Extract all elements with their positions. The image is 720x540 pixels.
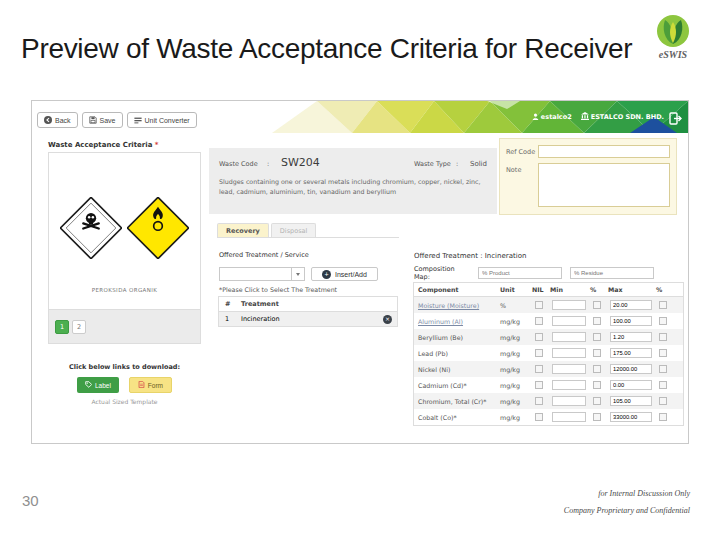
waste-type-value: Solid	[470, 160, 487, 168]
save-button[interactable]: Save	[82, 112, 123, 128]
max-percent-checkbox[interactable]	[656, 301, 670, 309]
composition-table: Component Unit NIL Min % Max % Moisture …	[413, 282, 684, 426]
max-percent-checkbox[interactable]	[656, 333, 670, 341]
min-percent-checkbox[interactable]	[590, 333, 604, 341]
min-percent-checkbox[interactable]	[590, 413, 604, 421]
colon: :	[456, 160, 470, 168]
percent-product-input[interactable]	[478, 267, 562, 279]
min-input[interactable]	[552, 332, 586, 342]
user-chip[interactable]: estalco2	[532, 113, 572, 122]
min-input[interactable]	[552, 412, 586, 422]
min-input[interactable]	[552, 380, 586, 390]
component-unit: %	[500, 302, 530, 309]
remove-treatment-icon[interactable]: ×	[383, 315, 392, 324]
hazard-caption: PEROKSIDA ORGANIK	[92, 287, 158, 293]
company-name: ESTALCO SDN. BHD.	[591, 113, 664, 121]
col-max: Max	[608, 286, 654, 293]
max-input[interactable]	[610, 396, 652, 406]
table-row: Chromium, Total (Cr)* mg/kg	[414, 393, 683, 409]
footer-disclaimer: for Internal Discussion Only Company Pro…	[564, 486, 690, 520]
note-textarea[interactable]	[538, 163, 670, 207]
min-input[interactable]	[552, 348, 586, 358]
col-nil: NIL	[532, 286, 546, 293]
min-percent-checkbox[interactable]	[590, 349, 604, 357]
tab-disposal[interactable]: Disposal	[271, 223, 316, 238]
page-1-button[interactable]: 1	[55, 320, 69, 334]
max-input[interactable]	[610, 364, 652, 374]
treatment-row: 1 Incineration ×	[219, 312, 397, 326]
min-input[interactable]	[552, 396, 586, 406]
max-input[interactable]	[610, 380, 652, 390]
treatment-row-value: Incineration	[241, 315, 397, 323]
insert-add-button[interactable]: + Insert/Add	[311, 267, 378, 281]
min-input[interactable]	[552, 300, 586, 310]
nil-checkbox[interactable]	[532, 349, 546, 357]
colon: :	[267, 160, 281, 168]
component-unit: mg/kg	[500, 366, 530, 373]
download-buttons: Label Form	[48, 377, 201, 393]
percent-residue-input[interactable]	[570, 267, 654, 279]
app-screenshot: estalco2 ESTALCO SDN. BHD. Back Save	[31, 100, 689, 444]
download-hint: Click below links to download:	[48, 363, 201, 371]
logout-icon[interactable]	[669, 110, 682, 123]
form-download-button[interactable]: Form	[129, 377, 172, 393]
max-input[interactable]	[610, 316, 652, 326]
wac-title-text: Waste Acceptance Criteria	[48, 141, 152, 149]
company-chip[interactable]: ESTALCO SDN. BHD.	[581, 112, 664, 122]
insert-add-label: Insert/Add	[335, 271, 367, 278]
back-button[interactable]: Back	[37, 112, 78, 128]
unit-converter-button[interactable]: Unit Converter	[127, 112, 197, 128]
component-name: Cadmium (Cd)*	[418, 382, 498, 389]
component-name: Beryllium (Be)	[418, 334, 498, 341]
nil-checkbox[interactable]	[532, 365, 546, 373]
save-icon	[89, 116, 97, 125]
min-input[interactable]	[552, 364, 586, 374]
min-input[interactable]	[552, 316, 586, 326]
max-percent-checkbox[interactable]	[656, 349, 670, 357]
treatment-select[interactable]	[219, 267, 305, 281]
hazard-pagination: 1 2	[48, 310, 201, 344]
nil-checkbox[interactable]	[532, 301, 546, 309]
treatment-table: # Treatment 1 Incineration ×	[218, 296, 398, 327]
component-unit: mg/kg	[500, 350, 530, 357]
min-percent-checkbox[interactable]	[590, 381, 604, 389]
min-percent-checkbox[interactable]	[590, 317, 604, 325]
nil-checkbox[interactable]	[532, 397, 546, 405]
tag-icon	[85, 381, 92, 389]
min-percent-checkbox[interactable]	[590, 365, 604, 373]
table-row: Aluminum (Al) mg/kg	[414, 313, 683, 329]
component-link[interactable]: Aluminum (Al)	[418, 318, 498, 325]
label-download-button[interactable]: Label	[77, 377, 119, 393]
nil-checkbox[interactable]	[532, 317, 546, 325]
required-asterisk: *	[155, 141, 159, 149]
max-input[interactable]	[610, 348, 652, 358]
tab-recovery[interactable]: Recovery	[217, 223, 269, 238]
max-percent-checkbox[interactable]	[656, 397, 670, 405]
footer-line-1: for Internal Discussion Only	[564, 486, 690, 503]
chevron-down-icon	[291, 268, 304, 280]
max-percent-checkbox[interactable]	[656, 365, 670, 373]
ref-note-panel: Ref Code Note	[499, 138, 677, 215]
component-link[interactable]: Moisture (Moisture)	[418, 302, 498, 309]
max-input[interactable]	[610, 412, 652, 422]
nil-checkbox[interactable]	[532, 413, 546, 421]
max-input[interactable]	[610, 332, 652, 342]
unit-converter-icon	[134, 116, 142, 125]
max-percent-checkbox[interactable]	[656, 381, 670, 389]
page-2-button[interactable]: 2	[72, 320, 86, 334]
page-title: Preview of Waste Acceptance Criteria for…	[21, 33, 632, 65]
footer-line-2: Company Proprietary and Confidential	[564, 503, 690, 520]
max-percent-checkbox[interactable]	[656, 317, 670, 325]
col-pct2: %	[656, 286, 670, 293]
tab-divider	[217, 237, 399, 238]
ref-code-input[interactable]	[538, 145, 670, 158]
max-input[interactable]	[610, 300, 652, 310]
nil-checkbox[interactable]	[532, 381, 546, 389]
nil-checkbox[interactable]	[532, 333, 546, 341]
page-number: 30	[22, 492, 39, 509]
min-percent-checkbox[interactable]	[590, 301, 604, 309]
min-percent-checkbox[interactable]	[590, 397, 604, 405]
table-row: Cobalt (Co)* mg/kg	[414, 409, 683, 425]
treatment-hint: *Please Click to Select The Treatment	[219, 286, 337, 293]
max-percent-checkbox[interactable]	[656, 413, 670, 421]
